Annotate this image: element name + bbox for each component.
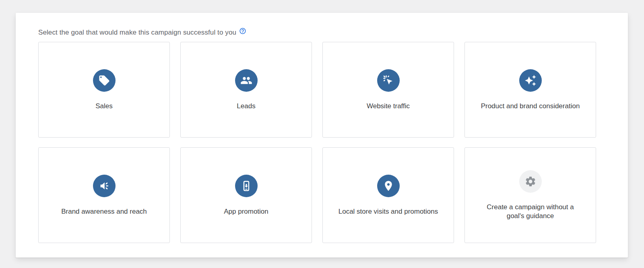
goal-icon-badge (235, 69, 258, 92)
goal-card-label: Website traffic (367, 102, 410, 111)
sparkles-icon (524, 74, 537, 87)
goal-card-label: Create a campaign without a goal's guida… (480, 203, 581, 221)
goal-card-label: Local store visits and promotions (339, 207, 438, 216)
goal-card-label: App promotion (224, 207, 268, 216)
location-pin-icon (382, 180, 394, 192)
goal-icon-badge (93, 175, 116, 197)
goal-card-label: Leads (237, 102, 255, 111)
goal-icon-badge (519, 170, 542, 193)
gear-icon (524, 175, 537, 188)
tag-icon (98, 74, 110, 87)
help-circle-question-icon (239, 27, 246, 35)
goal-card-app-promotion[interactable]: App promotion (180, 147, 312, 243)
goal-card-no-goal[interactable]: Create a campaign without a goal's guida… (464, 147, 596, 243)
goal-icon-badge (235, 175, 258, 197)
heading-row: Select the goal that would make this cam… (38, 28, 628, 37)
goal-icon-badge (93, 69, 116, 92)
goal-card-label: Sales (95, 102, 113, 111)
goal-card-brand-awareness-reach[interactable]: Brand awareness and reach (38, 147, 170, 243)
goal-card-label: Product and brand consideration (481, 102, 580, 111)
cursor-click-icon (382, 74, 394, 87)
people-icon (240, 74, 252, 87)
goal-icon-badge (377, 175, 400, 197)
goal-icon-badge (377, 69, 400, 92)
goal-icon-badge (519, 69, 542, 92)
goal-card-label: Brand awareness and reach (61, 207, 147, 216)
goal-grid: Sales Leads (38, 42, 628, 243)
goal-selection-panel: Select the goal that would make this cam… (16, 13, 628, 258)
goal-card-product-brand-consideration[interactable]: Product and brand consideration (464, 42, 596, 138)
goal-card-leads[interactable]: Leads (180, 42, 312, 138)
help-button[interactable] (239, 27, 246, 35)
speaker-icon (98, 180, 110, 192)
goal-card-website-traffic[interactable]: Website traffic (322, 42, 454, 138)
goal-card-local-store-visits[interactable]: Local store visits and promotions (322, 147, 454, 243)
phone-download-icon (240, 180, 252, 192)
page-title: Select the goal that would make this cam… (38, 28, 236, 37)
goal-card-sales[interactable]: Sales (38, 42, 170, 138)
